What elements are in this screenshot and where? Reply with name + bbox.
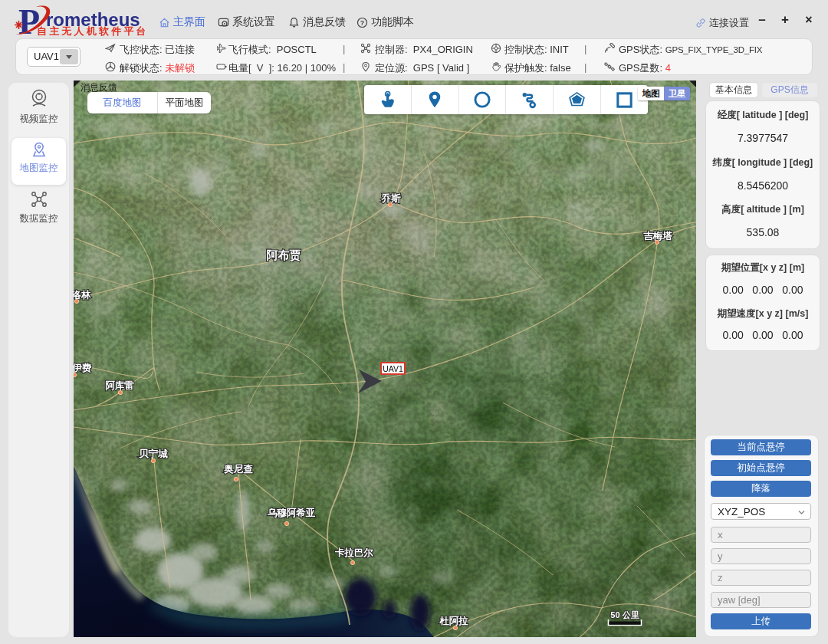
- svg-text:阿布贾: 阿布贾: [267, 248, 301, 262]
- svg-text:乌穆阿希亚: 乌穆阿希亚: [268, 508, 316, 518]
- svg-text:UAV1: UAV1: [383, 364, 403, 373]
- svg-text:杜阿拉: 杜阿拉: [439, 616, 468, 626]
- svg-text:洛林: 洛林: [74, 290, 91, 301]
- svg-text:?: ?: [360, 18, 364, 26]
- svg-text:吉梅塔: 吉梅塔: [643, 231, 672, 242]
- svg-text:阿库雷: 阿库雷: [105, 380, 134, 391]
- svg-text:50 公里: 50 公里: [610, 610, 639, 619]
- svg-text:乔斯: 乔斯: [381, 193, 402, 204]
- svg-text:贝宁城: 贝宁城: [138, 448, 168, 459]
- svg-text:奥尼查: 奥尼查: [223, 464, 253, 475]
- svg-text:自主无人机软件平台: 自主无人机软件平台: [37, 25, 149, 37]
- svg-text:伊费: 伊费: [74, 363, 92, 373]
- svg-text:卡拉巴尔: 卡拉巴尔: [334, 547, 374, 558]
